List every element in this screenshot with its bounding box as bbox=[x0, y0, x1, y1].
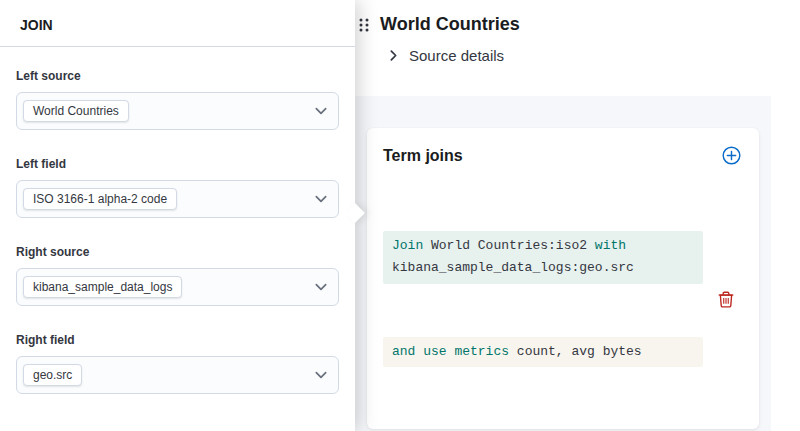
left-source-label: Left source bbox=[16, 69, 339, 83]
layer-title: World Countries bbox=[380, 14, 520, 35]
chevron-down-icon bbox=[314, 368, 328, 382]
delete-join-button[interactable] bbox=[715, 288, 737, 310]
source-details-label: Source details bbox=[409, 47, 504, 64]
right-source-select[interactable]: kibana_sample_data_logs bbox=[16, 268, 339, 306]
join-expression: Join World Countries:iso2 with kibana_sa… bbox=[383, 185, 703, 413]
selected-option-token: ISO 3166-1 alpha-2 code bbox=[23, 188, 177, 210]
chevron-right-icon bbox=[387, 49, 400, 62]
grab-icon[interactable] bbox=[357, 16, 371, 34]
join-popover: JOIN Left source World Countries Left fi… bbox=[0, 0, 355, 431]
plus-in-circle-icon bbox=[722, 146, 741, 165]
term-joins-title: Term joins bbox=[383, 147, 463, 165]
left-source-select[interactable]: World Countries bbox=[16, 92, 339, 130]
right-source-label: Right source bbox=[16, 245, 339, 259]
term-joins-card: Term joins Join World Countries:iso2 wit… bbox=[367, 128, 759, 429]
join-right-source: kibana_sample_data_logs:geo.src bbox=[392, 260, 634, 275]
metrics-keyword: and use metrics bbox=[392, 344, 517, 359]
join-row: Join World Countries:iso2 with kibana_sa… bbox=[383, 185, 743, 413]
layer-panel-body: Term joins Join World Countries:iso2 wit… bbox=[355, 96, 771, 431]
selected-option-token: geo.src bbox=[23, 364, 82, 386]
trash-icon bbox=[717, 290, 735, 308]
layer-panel-header: World Countries Source details bbox=[355, 0, 771, 96]
join-left-source: World Countries:iso2 bbox=[431, 238, 595, 253]
join-popover-title: JOIN bbox=[0, 0, 355, 47]
metrics-expression-block: and use metrics count, avg bytes bbox=[383, 337, 703, 368]
selected-option-token: World Countries bbox=[23, 100, 129, 122]
source-details-accordion[interactable]: Source details bbox=[387, 47, 504, 64]
layer-settings-panel: World Countries Source details Term join… bbox=[355, 0, 771, 431]
join-keyword: Join bbox=[392, 238, 431, 253]
right-field-label: Right field bbox=[16, 333, 339, 347]
join-expression-block: Join World Countries:iso2 with kibana_sa… bbox=[383, 231, 703, 285]
with-keyword: with bbox=[595, 238, 634, 253]
left-field-label: Left field bbox=[16, 157, 339, 171]
right-field-select[interactable]: geo.src bbox=[16, 356, 339, 394]
chevron-down-icon bbox=[314, 280, 328, 294]
chevron-down-icon bbox=[314, 192, 328, 206]
left-field-select[interactable]: ISO 3166-1 alpha-2 code bbox=[16, 180, 339, 218]
metrics-values: count, avg bytes bbox=[517, 344, 642, 359]
chevron-down-icon bbox=[314, 104, 328, 118]
add-join-button[interactable] bbox=[720, 144, 743, 167]
selected-option-token: kibana_sample_data_logs bbox=[23, 276, 182, 298]
